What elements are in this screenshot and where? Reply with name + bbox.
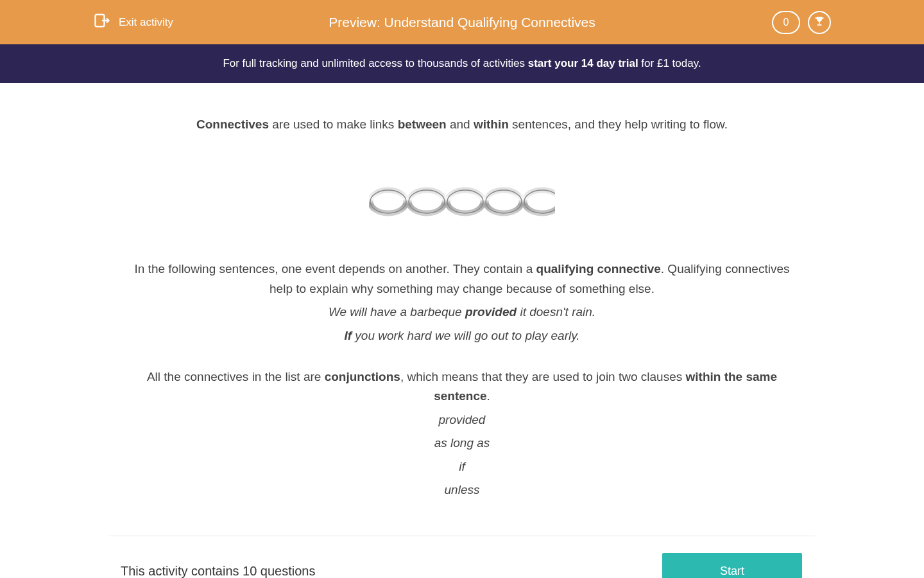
trial-banner[interactable]: For full tracking and unlimited access t…: [0, 44, 924, 83]
banner-prefix: For full tracking and unlimited access t…: [223, 57, 527, 69]
trophy-icon: [813, 15, 826, 30]
question-count-text: This activity contains 10 questions: [121, 564, 316, 578]
svg-point-7: [409, 190, 445, 213]
svg-point-9: [486, 190, 522, 213]
example-sentence-1: We will have a barbeque provided it does…: [122, 302, 802, 322]
conjunctions-term: conjunctions: [325, 370, 400, 383]
intro-word-connectives: Connectives: [196, 118, 269, 131]
main-content: Connectives are used to make links betwe…: [109, 83, 815, 523]
qualifying-connective-term: qualifying connective: [536, 262, 661, 276]
qualifying-paragraph: In the following sentences, one event de…: [122, 259, 802, 299]
start-button[interactable]: Start: [662, 553, 802, 578]
banner-suffix: for £1 today.: [638, 57, 701, 69]
footer-bar: This activity contains 10 questions Star…: [109, 536, 815, 578]
exit-icon: [93, 12, 111, 33]
exit-label: Exit activity: [119, 16, 173, 29]
exit-activity-button[interactable]: Exit activity: [93, 12, 173, 33]
intro-word-between: between: [398, 118, 447, 131]
score-pill[interactable]: 0: [772, 11, 800, 34]
svg-point-6: [370, 190, 406, 213]
intro-word-within: within: [474, 118, 509, 131]
list-item: unless: [122, 480, 802, 500]
conjunctions-paragraph: All the connectives in the list are conj…: [122, 367, 802, 407]
header-bar: Exit activity Preview: Understand Qualif…: [0, 0, 924, 44]
list-item: as long as: [122, 434, 802, 453]
score-value: 0: [783, 17, 789, 28]
svg-point-8: [447, 190, 483, 213]
trophy-button[interactable]: [808, 11, 831, 34]
list-item: if: [122, 457, 802, 477]
list-item: provided: [122, 410, 802, 430]
header-right: 0: [772, 11, 831, 34]
banner-bold: start your 14 day trial: [528, 57, 638, 69]
example-sentence-2: If you work hard we will go out to play …: [122, 326, 802, 346]
intro-paragraph: Connectives are used to make links betwe…: [122, 115, 802, 134]
page-title: Preview: Understand Qualifying Connectiv…: [329, 15, 595, 30]
chain-links-image: [369, 170, 555, 234]
